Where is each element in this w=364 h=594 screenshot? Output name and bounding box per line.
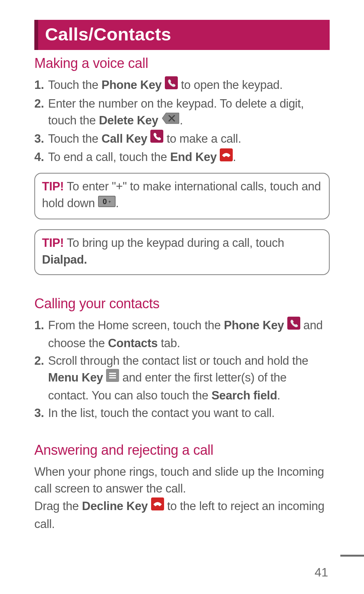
answering-paragraph-1: When your phone rings, touch and slide u… bbox=[34, 464, 330, 497]
call-key-icon bbox=[150, 130, 163, 147]
voice-call-steps: 1. Touch the Phone Key to open the keypa… bbox=[34, 77, 330, 167]
step-text: tab. bbox=[158, 336, 180, 350]
step-number: 1. bbox=[34, 317, 44, 334]
tip-text: TIP! To bring up the keypad during a cal… bbox=[42, 235, 322, 268]
step-text: . bbox=[180, 114, 183, 127]
page-edge-mark bbox=[340, 555, 364, 557]
step-2: 2. Scroll through the contact list or to… bbox=[34, 353, 330, 404]
svg-text:+: + bbox=[108, 199, 111, 204]
section-heading-calling-contacts: Calling your contacts bbox=[34, 296, 330, 312]
bold-end-key: End Key bbox=[170, 150, 217, 164]
delete-key-icon bbox=[161, 112, 180, 129]
chapter-title: Calls/Contacts bbox=[45, 24, 323, 45]
bold-delete-key: Delete Key bbox=[99, 114, 158, 127]
step-4: 4. To end a call, touch the End Key . bbox=[34, 149, 330, 167]
tip-body-end: . bbox=[116, 196, 119, 210]
end-key-icon bbox=[220, 148, 233, 166]
step-text: to make a call. bbox=[167, 132, 241, 145]
svg-text:0: 0 bbox=[103, 197, 107, 206]
step-number: 2. bbox=[34, 95, 44, 112]
step-3: 3. In the list, touch the contact you wa… bbox=[34, 405, 330, 422]
step-2: 2. Enter the number on the keypad. To de… bbox=[34, 95, 330, 130]
phone-key-icon bbox=[287, 317, 300, 334]
answering-paragraph-2: Drag the Decline Key to the left to reje… bbox=[34, 498, 330, 533]
bold-contacts: Contacts bbox=[108, 336, 158, 350]
step-text: In the list, touch the contact you want … bbox=[48, 406, 275, 420]
zero-plus-key-icon: 0 + bbox=[98, 195, 116, 212]
step-text: . bbox=[277, 389, 280, 402]
section-heading-voice-call: Making a voice call bbox=[34, 55, 330, 71]
step-text: To end a call, touch the bbox=[48, 150, 170, 164]
bold-phone-key: Phone Key bbox=[224, 319, 284, 332]
svg-rect-6 bbox=[287, 317, 300, 330]
step-text: to open the keypad. bbox=[181, 78, 283, 92]
tip-label: TIP! bbox=[42, 236, 64, 250]
step-text: From the Home screen, touch the bbox=[48, 319, 224, 332]
page-number: 41 bbox=[314, 565, 328, 580]
step-number: 3. bbox=[34, 130, 44, 147]
step-3: 3. Touch the Call Key to make a call. bbox=[34, 130, 330, 148]
bold-decline-key: Decline Key bbox=[82, 499, 148, 513]
step-number: 4. bbox=[34, 149, 44, 166]
step-number: 1. bbox=[34, 77, 44, 93]
tip-text: TIP! To enter "+" to make international … bbox=[42, 178, 322, 212]
decline-key-icon bbox=[151, 497, 164, 515]
bold-menu-key: Menu Key bbox=[48, 371, 103, 384]
step-1: 1. Touch the Phone Key to open the keypa… bbox=[34, 77, 330, 95]
tip-body: To bring up the keypad during a call, to… bbox=[64, 236, 284, 250]
step-text: Touch the bbox=[48, 132, 101, 145]
tip-box-international: TIP! To enter "+" to make international … bbox=[34, 173, 330, 219]
svg-rect-0 bbox=[165, 76, 178, 89]
svg-rect-10 bbox=[109, 377, 116, 378]
tip-label: TIP! bbox=[42, 180, 64, 193]
svg-rect-1 bbox=[150, 130, 163, 143]
phone-key-icon bbox=[165, 76, 178, 94]
tip-box-dialpad: TIP! To bring up the keypad during a cal… bbox=[34, 229, 330, 275]
step-text: Scroll through the contact list or touch… bbox=[48, 354, 308, 367]
bold-call-key: Call Key bbox=[101, 132, 147, 145]
bold-phone-key: Phone Key bbox=[101, 78, 162, 92]
svg-rect-8 bbox=[109, 373, 116, 374]
tip-body: To enter "+" to make international calls… bbox=[42, 180, 321, 210]
bold-search-field: Search field bbox=[211, 389, 277, 402]
menu-key-icon bbox=[106, 369, 119, 386]
bold-dialpad: Dialpad. bbox=[42, 253, 87, 266]
calling-contacts-steps: 1. From the Home screen, touch the Phone… bbox=[34, 317, 330, 422]
step-number: 3. bbox=[34, 405, 44, 422]
svg-rect-3 bbox=[98, 196, 115, 207]
step-1: 1. From the Home screen, touch the Phone… bbox=[34, 317, 330, 352]
step-text: Touch the bbox=[48, 78, 101, 92]
step-text: . bbox=[233, 150, 236, 164]
svg-rect-9 bbox=[109, 375, 116, 376]
p2-text: Drag the bbox=[34, 499, 82, 513]
manual-page: Calls/Contacts Making a voice call 1. To… bbox=[0, 0, 364, 533]
section-heading-answering: Answering and rejecting a call bbox=[34, 442, 330, 458]
chapter-title-bar: Calls/Contacts bbox=[34, 20, 330, 50]
step-number: 2. bbox=[34, 353, 44, 369]
